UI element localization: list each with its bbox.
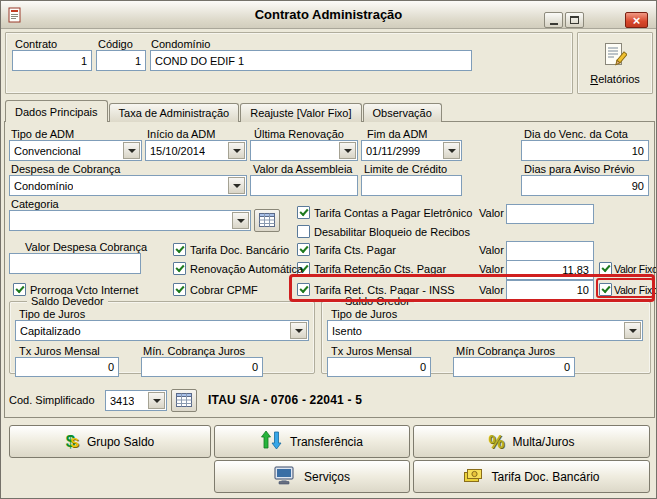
tab-strip: Dados Principais Taxa de Administração R… bbox=[5, 100, 443, 122]
chevron-down-icon[interactable] bbox=[123, 142, 140, 159]
maximize-button[interactable] bbox=[565, 12, 584, 28]
credor-tipo-juros-select[interactable]: Isento bbox=[327, 320, 643, 341]
ultima-renovacao-select[interactable] bbox=[250, 140, 358, 161]
close-button[interactable]: × bbox=[625, 12, 648, 28]
chevron-down-icon[interactable] bbox=[232, 212, 249, 229]
codigo-field[interactable]: 1 bbox=[96, 50, 146, 71]
fim-adm-select[interactable]: 01/11/2999 bbox=[361, 140, 462, 161]
devedor-tipo-juros-value: Capitalizado bbox=[20, 325, 81, 337]
tarifa-eletronico-label: Tarifa Contas a Pagar Eletrônico bbox=[314, 207, 472, 219]
devedor-tx-juros-label: Tx Juros Mensal bbox=[19, 345, 100, 357]
cobrar-cpmf-label: Cobrar CPMF bbox=[190, 284, 258, 296]
relatorios-button[interactable]: Relatórios bbox=[579, 35, 651, 92]
dias-aviso-field[interactable]: 90 bbox=[521, 175, 649, 196]
categoria-label: Categoria bbox=[11, 198, 59, 210]
multa-juros-label: Multa/Juros bbox=[512, 435, 574, 449]
prorroga-vcto-checkbox[interactable] bbox=[13, 283, 26, 296]
tarifa-doc-bancario-button[interactable]: Tarifa Doc. Bancário bbox=[413, 460, 650, 493]
limite-credito-field[interactable] bbox=[361, 175, 462, 196]
titlebar[interactable]: Contrato Administração × bbox=[1, 1, 656, 29]
maximize-icon bbox=[570, 16, 579, 24]
percent-icon: % bbox=[488, 433, 504, 451]
fim-adm-value: 01/11/2999 bbox=[366, 145, 420, 157]
despesa-cobranca-label: Despesa de Cobrança bbox=[11, 163, 120, 175]
categoria-select[interactable] bbox=[9, 210, 251, 231]
cod-simplificado-label: Cod. Simplificado bbox=[9, 394, 95, 406]
tarifa-retencao-valor-field[interactable]: 11,83 bbox=[506, 260, 594, 280]
credor-min-cobranca-field[interactable]: 0 bbox=[453, 357, 575, 377]
contrato-field[interactable]: 1 bbox=[12, 50, 92, 71]
tarifa-cts-pagar-valor-label: Valor bbox=[479, 244, 504, 256]
chevron-down-icon[interactable] bbox=[624, 322, 641, 339]
tarifa-retencao-label: Tarifa Retenção Cts. Pagar bbox=[314, 263, 446, 275]
chevron-down-icon[interactable] bbox=[228, 177, 245, 194]
dia-venc-field[interactable]: 10 bbox=[521, 140, 649, 161]
categoria-browse-button[interactable] bbox=[254, 209, 280, 232]
tarifa-retencao-valor-fixo-checkbox[interactable] bbox=[599, 262, 612, 275]
table-grid-icon bbox=[259, 213, 275, 229]
tab-taxa-administracao[interactable]: Taxa de Administração bbox=[109, 103, 240, 122]
tarifa-eletronico-valor-field[interactable] bbox=[506, 204, 594, 224]
devedor-tx-juros-field[interactable]: 0 bbox=[15, 357, 119, 377]
valor-assembleia-field[interactable] bbox=[250, 175, 358, 196]
chevron-down-icon[interactable] bbox=[339, 142, 356, 159]
codigo-label: Código bbox=[98, 38, 133, 50]
condominio-field[interactable]: COND DO EDIF 1 bbox=[150, 50, 472, 71]
tarifa-inss-valor-field[interactable]: 10 bbox=[506, 280, 594, 300]
money-documents-icon bbox=[463, 467, 483, 487]
tarifa-cts-pagar-valor-field[interactable] bbox=[506, 241, 594, 261]
table-grid-icon bbox=[176, 393, 192, 409]
transferencia-label: Transferência bbox=[290, 435, 363, 449]
credor-tipo-juros-label: Tipo de Juros bbox=[331, 308, 397, 320]
chevron-down-icon[interactable] bbox=[443, 142, 460, 159]
grupo-saldo-label: Grupo Saldo bbox=[87, 435, 154, 449]
credor-tx-juros-field[interactable]: 0 bbox=[327, 357, 431, 377]
tab-reajuste-valor-fixo[interactable]: Reajuste [Valor Fixo] bbox=[240, 103, 361, 122]
tarifa-cts-pagar-checkbox[interactable] bbox=[297, 243, 310, 256]
servicos-button[interactable]: Serviços bbox=[214, 460, 410, 493]
chevron-down-icon[interactable] bbox=[290, 322, 307, 339]
tarifa-doc-bancario-button-label: Tarifa Doc. Bancário bbox=[491, 470, 599, 484]
chevron-down-icon[interactable] bbox=[148, 392, 165, 409]
minimize-icon bbox=[550, 23, 558, 25]
inicio-adm-select[interactable]: 15/10/2014 bbox=[145, 140, 247, 161]
tarifa-inss-valor-fixo-checkbox[interactable] bbox=[599, 283, 612, 296]
renovacao-automatica-label: Renovação Automática bbox=[190, 263, 303, 275]
grupo-saldo-button[interactable]: $S Grupo Saldo bbox=[9, 425, 211, 458]
tarifa-cts-pagar-label: Tarifa Cts. Pagar bbox=[314, 244, 396, 256]
tipo-adm-label: Tipo de ADM bbox=[11, 128, 74, 140]
valor-despesa-field[interactable] bbox=[9, 253, 141, 274]
fim-adm-label: Fim da ADM bbox=[367, 128, 428, 140]
devedor-tipo-juros-select[interactable]: Capitalizado bbox=[15, 320, 309, 341]
contrato-label: Contrato bbox=[15, 38, 57, 50]
chevron-down-icon[interactable] bbox=[228, 142, 245, 159]
transferencia-button[interactable]: Transferência bbox=[214, 425, 410, 458]
cobrar-cpmf-checkbox[interactable] bbox=[173, 283, 186, 296]
dollar-icon: $S bbox=[66, 433, 79, 450]
tarifa-inss-valor-fixo-label: Valor Fixo bbox=[614, 284, 657, 296]
transfer-arrows-icon bbox=[261, 430, 282, 453]
contrato-administracao-window: Contrato Administração × Contrato Código… bbox=[0, 0, 657, 499]
cod-simplificado-select[interactable]: 3413 bbox=[105, 390, 167, 411]
multa-juros-button[interactable]: % Multa/Juros bbox=[413, 425, 650, 458]
tipo-adm-select[interactable]: Convencional bbox=[9, 140, 142, 161]
tab-dados-principais[interactable]: Dados Principais bbox=[5, 100, 108, 122]
report-icon bbox=[603, 42, 627, 71]
credor-min-cobranca-label: Mín Cobrança Juros bbox=[456, 345, 555, 357]
tarifa-doc-bancario-checkbox[interactable] bbox=[173, 243, 186, 256]
tipo-adm-value: Convencional bbox=[14, 145, 81, 157]
dia-venc-label: Dia do Venc. da Cota bbox=[524, 128, 628, 140]
cod-simplificado-browse-button[interactable] bbox=[171, 389, 197, 412]
devedor-min-cobranca-field[interactable]: 0 bbox=[141, 357, 263, 377]
bank-account-text: ITAU S/A - 0706 - 22041 - 5 bbox=[208, 393, 362, 407]
renovacao-automatica-checkbox[interactable] bbox=[173, 262, 186, 275]
desabilitar-bloqueio-checkbox[interactable] bbox=[297, 225, 310, 238]
tarifa-eletronico-checkbox[interactable] bbox=[297, 206, 310, 219]
despesa-cobranca-select[interactable]: Condomínio bbox=[9, 175, 247, 196]
tab-observacao[interactable]: Observação bbox=[363, 103, 442, 122]
valor-despesa-label: Valor Despesa Cobrança bbox=[25, 241, 147, 253]
minimize-button[interactable] bbox=[544, 12, 563, 28]
tarifa-inss-checkbox[interactable] bbox=[297, 283, 310, 296]
devedor-tipo-juros-label: Tipo de Juros bbox=[19, 308, 85, 320]
cod-simplificado-value: 3413 bbox=[110, 395, 134, 407]
